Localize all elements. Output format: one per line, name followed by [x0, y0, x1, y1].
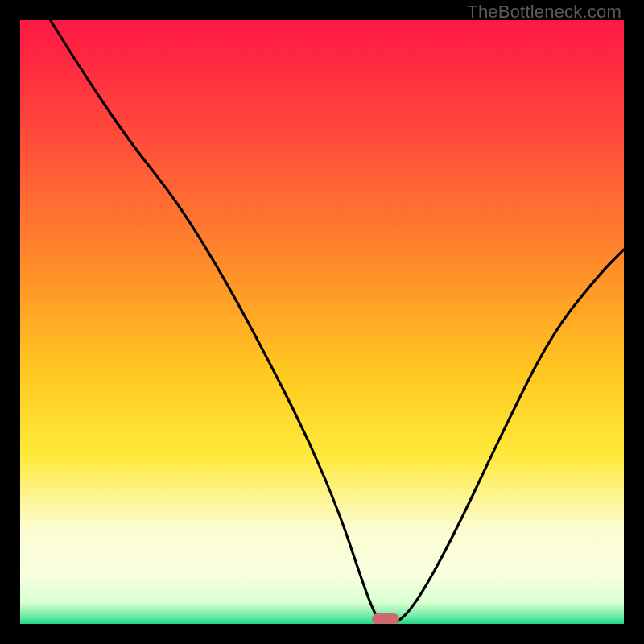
- plot-svg: [20, 20, 624, 624]
- gradient-background: [20, 20, 624, 624]
- chart-frame: TheBottleneck.com: [0, 0, 644, 644]
- plot-area: [20, 20, 624, 624]
- watermark-text: TheBottleneck.com: [467, 2, 621, 23]
- optimal-marker: [372, 613, 399, 624]
